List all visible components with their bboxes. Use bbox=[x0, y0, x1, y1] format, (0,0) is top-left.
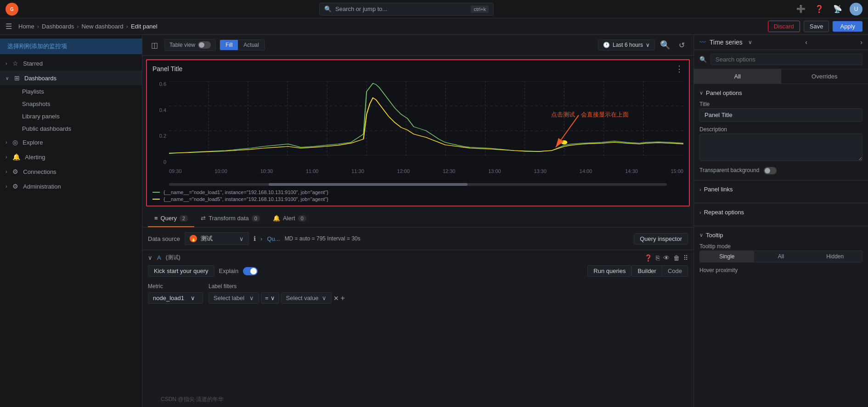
sidebar-item-snapshots[interactable]: Snapshots bbox=[0, 98, 142, 110]
search-container: 🔍 Search or jump to... ctrl+k bbox=[22, 3, 791, 16]
sidebar-item-alerting[interactable]: › 🔔 Alerting bbox=[0, 150, 142, 164]
data-source-selector[interactable]: 🔥 测试 ∨ bbox=[185, 232, 249, 245]
kickstart-button[interactable]: Kick start your query bbox=[148, 265, 214, 277]
title-input[interactable] bbox=[699, 108, 862, 122]
sidebar-item-starred[interactable]: › ☆ Starred bbox=[0, 56, 142, 71]
query-copy-button[interactable]: ⎘ bbox=[656, 254, 659, 262]
time-range-selector[interactable]: 🕐 Last 6 hours ∨ bbox=[598, 39, 655, 50]
breadcrumb-sep3: › bbox=[126, 23, 128, 30]
collapse-sidebar-button[interactable]: ◫ bbox=[148, 39, 161, 51]
explain-toggle[interactable] bbox=[243, 267, 258, 275]
sidebar-label-connections: Connections bbox=[23, 168, 56, 175]
toggle-thumb bbox=[199, 42, 204, 48]
tooltip-all-button[interactable]: All bbox=[754, 251, 808, 262]
add-filter-button[interactable]: + bbox=[341, 294, 345, 302]
zoom-out-button[interactable]: 🔍 bbox=[659, 39, 671, 51]
table-view-switch[interactable] bbox=[198, 41, 211, 49]
refresh-button[interactable]: ↺ bbox=[675, 39, 688, 51]
rss-button[interactable]: 📡 bbox=[831, 3, 844, 16]
tab-alert[interactable]: 🔔 Alert 0 bbox=[266, 210, 313, 227]
panel-toolbar: ◫ Table view Fill Actual 🕐 Last 6 hours … bbox=[142, 35, 693, 56]
help-button[interactable]: ❓ bbox=[813, 3, 826, 16]
run-queries-button[interactable]: Run queries bbox=[587, 265, 631, 277]
collapse-query-btn[interactable]: ∨ bbox=[148, 254, 152, 261]
value-select[interactable]: Select value ∨ bbox=[281, 292, 332, 304]
tooltip-section-header[interactable]: ∨ Tooltip bbox=[699, 232, 862, 239]
viz-name: Time series bbox=[710, 39, 743, 46]
breadcrumb-dashboards[interactable]: Dashboards bbox=[42, 23, 74, 30]
tooltip-mode-group: Single All Hidden bbox=[699, 251, 862, 262]
app-logo[interactable]: G bbox=[6, 3, 18, 16]
data-source-row: Data source 🔥 测试 ∨ ℹ › Qu... MD = auto =… bbox=[142, 228, 693, 250]
star-icon: ☆ bbox=[12, 60, 18, 67]
header-actions: Discard Save Apply bbox=[768, 21, 862, 32]
query-help-button[interactable]: ❓ bbox=[644, 254, 652, 262]
x-label-3: 11:00 bbox=[306, 168, 319, 174]
sidebar-item-public-dashboards[interactable]: Public dashboards bbox=[0, 123, 142, 135]
label-chevron-icon: ∨ bbox=[249, 295, 254, 301]
save-button[interactable]: Save bbox=[804, 21, 829, 32]
transparent-toggle[interactable] bbox=[764, 167, 777, 174]
y-label-1: 0.4 bbox=[152, 107, 166, 113]
label-select[interactable]: Select label ∨ bbox=[209, 292, 259, 304]
query-drag-button[interactable]: ⠿ bbox=[683, 254, 688, 262]
panel-options-header[interactable]: ∨ Panel options bbox=[699, 89, 862, 96]
panel-menu-button[interactable]: ⋮ bbox=[675, 64, 683, 74]
query-inspector-button[interactable]: Query inspector bbox=[634, 233, 688, 245]
y-axis: 0.6 0.4 0.2 0 bbox=[152, 81, 166, 165]
tooltip-single-button[interactable]: Single bbox=[700, 251, 754, 262]
tooltip-section: ∨ Tooltip Tooltip mode Single All Hidden… bbox=[694, 226, 868, 284]
query-delete-button[interactable]: 🗑 bbox=[673, 254, 680, 262]
avatar[interactable]: U bbox=[850, 3, 862, 16]
panel-links-header[interactable]: › Panel links bbox=[699, 186, 862, 193]
sidebar-item-connections[interactable]: › ⚙ Connections bbox=[0, 164, 142, 179]
operator-select[interactable]: = ∨ bbox=[261, 292, 279, 304]
sidebar-item-administration[interactable]: › ⚙ Administration bbox=[0, 179, 142, 194]
data-source-info-button[interactable]: ℹ bbox=[254, 235, 256, 242]
x-label-5: 12:00 bbox=[397, 168, 410, 174]
breadcrumb-home[interactable]: Home bbox=[18, 23, 34, 30]
menu-icon[interactable]: ☰ bbox=[6, 22, 12, 31]
metric-group: Metric node_load1 ∨ bbox=[148, 283, 203, 304]
op-chevron-icon: ∨ bbox=[271, 295, 275, 301]
svg-text:G: G bbox=[10, 7, 14, 12]
tooltip-hidden-button[interactable]: Hidden bbox=[808, 251, 862, 262]
plus-button[interactable]: ➕ bbox=[795, 3, 807, 16]
query-hide-button[interactable]: 👁 bbox=[663, 254, 670, 262]
x-label-0: 09:30 bbox=[169, 168, 182, 174]
viz-nav-prev[interactable]: ‹ bbox=[805, 39, 807, 46]
search-shortcut: ctrl+k bbox=[471, 6, 489, 13]
code-button[interactable]: Code bbox=[662, 265, 688, 277]
query-tab-badge: 2 bbox=[180, 215, 188, 222]
explore-icon: ◎ bbox=[12, 139, 18, 146]
fill-button[interactable]: Fill bbox=[220, 40, 238, 50]
sidebar-item-explore[interactable]: › ◎ Explore bbox=[0, 135, 142, 150]
discard-button[interactable]: Discard bbox=[768, 21, 800, 32]
actual-button[interactable]: Actual bbox=[238, 40, 264, 50]
metric-selector[interactable]: node_load1 ∨ bbox=[148, 292, 203, 304]
dashboards-icon: ⊞ bbox=[14, 74, 20, 82]
table-view-toggle[interactable]: Table view bbox=[164, 39, 216, 51]
apply-button[interactable]: Apply bbox=[833, 21, 862, 32]
viz-dropdown-button[interactable]: ∨ bbox=[748, 39, 752, 45]
description-textarea[interactable] bbox=[699, 134, 862, 161]
sidebar-label-alerting: Alerting bbox=[25, 154, 45, 161]
breadcrumb-new-dashboard[interactable]: New dashboard bbox=[81, 23, 123, 30]
viz-nav-next[interactable]: › bbox=[860, 39, 862, 46]
builder-button[interactable]: Builder bbox=[631, 265, 661, 277]
right-tab-all[interactable]: All bbox=[694, 69, 781, 84]
global-search[interactable]: 🔍 Search or jump to... ctrl+k bbox=[319, 3, 494, 16]
right-search-input[interactable] bbox=[710, 54, 862, 65]
sidebar-highlight[interactable]: 选择刚刚添加的监控项 bbox=[0, 39, 142, 54]
remove-filter-button[interactable]: ✕ bbox=[333, 295, 339, 302]
chart-scrollbar[interactable] bbox=[169, 183, 667, 186]
expand-query-btn[interactable]: › bbox=[260, 235, 262, 242]
tab-query[interactable]: ≡ Query 2 bbox=[148, 210, 194, 227]
hover-proximity-label: Hover proximity bbox=[699, 267, 862, 273]
right-tab-overrides[interactable]: Overrides bbox=[781, 69, 868, 84]
sidebar-item-dashboards[interactable]: ∨ ⊞ Dashboards bbox=[0, 71, 142, 85]
sidebar-item-library-panels[interactable]: Library panels bbox=[0, 110, 142, 123]
repeat-options-header[interactable]: › Repeat options bbox=[699, 209, 862, 216]
sidebar-item-playlists[interactable]: Playlists bbox=[0, 85, 142, 98]
tab-transform[interactable]: ⇄ Transform data 0 bbox=[194, 210, 266, 227]
